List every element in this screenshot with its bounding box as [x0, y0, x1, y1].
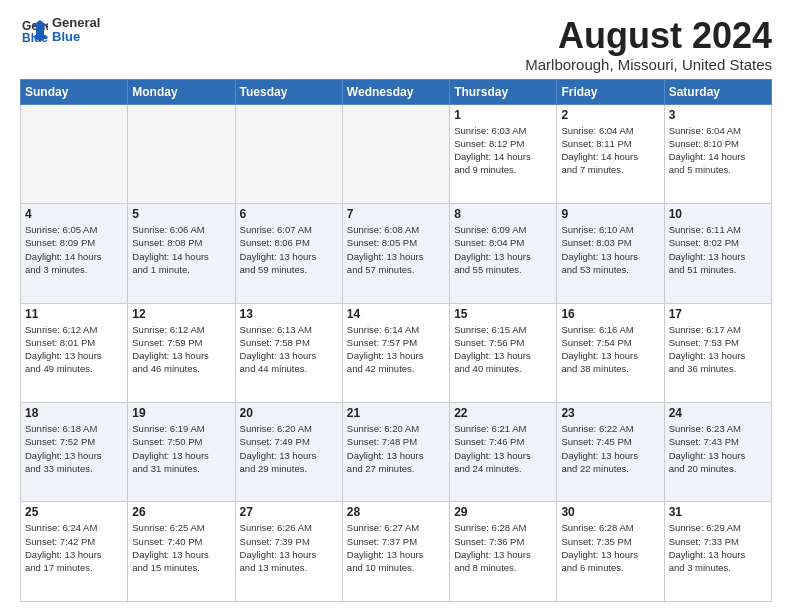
day-info: Sunrise: 6:14 AM Sunset: 7:57 PM Dayligh…	[347, 323, 445, 376]
day-info: Sunrise: 6:17 AM Sunset: 7:53 PM Dayligh…	[669, 323, 767, 376]
day-info: Sunrise: 6:18 AM Sunset: 7:52 PM Dayligh…	[25, 422, 123, 475]
day-number: 26	[132, 505, 230, 519]
weekday-sunday: Sunday	[21, 79, 128, 104]
subtitle: Marlborough, Missouri, United States	[525, 56, 772, 73]
day-info: Sunrise: 6:15 AM Sunset: 7:56 PM Dayligh…	[454, 323, 552, 376]
calendar-cell: 2Sunrise: 6:04 AM Sunset: 8:11 PM Daylig…	[557, 104, 664, 203]
logo-icon: General Blue	[20, 16, 48, 44]
day-info: Sunrise: 6:28 AM Sunset: 7:35 PM Dayligh…	[561, 521, 659, 574]
calendar-week-3: 11Sunrise: 6:12 AM Sunset: 8:01 PM Dayli…	[21, 303, 772, 402]
calendar-cell: 16Sunrise: 6:16 AM Sunset: 7:54 PM Dayli…	[557, 303, 664, 402]
calendar-cell: 30Sunrise: 6:28 AM Sunset: 7:35 PM Dayli…	[557, 502, 664, 602]
calendar-cell: 15Sunrise: 6:15 AM Sunset: 7:56 PM Dayli…	[450, 303, 557, 402]
day-info: Sunrise: 6:12 AM Sunset: 7:59 PM Dayligh…	[132, 323, 230, 376]
day-number: 25	[25, 505, 123, 519]
day-number: 7	[347, 207, 445, 221]
calendar-cell: 17Sunrise: 6:17 AM Sunset: 7:53 PM Dayli…	[664, 303, 771, 402]
day-info: Sunrise: 6:13 AM Sunset: 7:58 PM Dayligh…	[240, 323, 338, 376]
day-info: Sunrise: 6:04 AM Sunset: 8:10 PM Dayligh…	[669, 124, 767, 177]
day-number: 12	[132, 307, 230, 321]
calendar-cell: 12Sunrise: 6:12 AM Sunset: 7:59 PM Dayli…	[128, 303, 235, 402]
day-number: 18	[25, 406, 123, 420]
calendar-cell: 22Sunrise: 6:21 AM Sunset: 7:46 PM Dayli…	[450, 403, 557, 502]
day-number: 21	[347, 406, 445, 420]
calendar-cell: 4Sunrise: 6:05 AM Sunset: 8:09 PM Daylig…	[21, 204, 128, 303]
calendar-cell: 13Sunrise: 6:13 AM Sunset: 7:58 PM Dayli…	[235, 303, 342, 402]
day-info: Sunrise: 6:20 AM Sunset: 7:48 PM Dayligh…	[347, 422, 445, 475]
day-number: 29	[454, 505, 552, 519]
calendar-cell: 20Sunrise: 6:20 AM Sunset: 7:49 PM Dayli…	[235, 403, 342, 502]
day-info: Sunrise: 6:29 AM Sunset: 7:33 PM Dayligh…	[669, 521, 767, 574]
day-number: 11	[25, 307, 123, 321]
calendar-cell: 3Sunrise: 6:04 AM Sunset: 8:10 PM Daylig…	[664, 104, 771, 203]
calendar-cell: 6Sunrise: 6:07 AM Sunset: 8:06 PM Daylig…	[235, 204, 342, 303]
calendar-cell: 31Sunrise: 6:29 AM Sunset: 7:33 PM Dayli…	[664, 502, 771, 602]
logo: General Blue General Blue	[20, 16, 100, 45]
day-info: Sunrise: 6:07 AM Sunset: 8:06 PM Dayligh…	[240, 223, 338, 276]
weekday-thursday: Thursday	[450, 79, 557, 104]
day-info: Sunrise: 6:08 AM Sunset: 8:05 PM Dayligh…	[347, 223, 445, 276]
calendar-cell: 9Sunrise: 6:10 AM Sunset: 8:03 PM Daylig…	[557, 204, 664, 303]
day-info: Sunrise: 6:26 AM Sunset: 7:39 PM Dayligh…	[240, 521, 338, 574]
page: General Blue General Blue August 2024 Ma…	[0, 0, 792, 612]
calendar-cell	[128, 104, 235, 203]
day-info: Sunrise: 6:20 AM Sunset: 7:49 PM Dayligh…	[240, 422, 338, 475]
calendar-cell: 7Sunrise: 6:08 AM Sunset: 8:05 PM Daylig…	[342, 204, 449, 303]
calendar-cell: 27Sunrise: 6:26 AM Sunset: 7:39 PM Dayli…	[235, 502, 342, 602]
calendar-cell: 25Sunrise: 6:24 AM Sunset: 7:42 PM Dayli…	[21, 502, 128, 602]
calendar-cell: 19Sunrise: 6:19 AM Sunset: 7:50 PM Dayli…	[128, 403, 235, 502]
day-info: Sunrise: 6:27 AM Sunset: 7:37 PM Dayligh…	[347, 521, 445, 574]
day-info: Sunrise: 6:22 AM Sunset: 7:45 PM Dayligh…	[561, 422, 659, 475]
day-number: 14	[347, 307, 445, 321]
day-info: Sunrise: 6:16 AM Sunset: 7:54 PM Dayligh…	[561, 323, 659, 376]
calendar-cell: 28Sunrise: 6:27 AM Sunset: 7:37 PM Dayli…	[342, 502, 449, 602]
calendar-cell: 26Sunrise: 6:25 AM Sunset: 7:40 PM Dayli…	[128, 502, 235, 602]
calendar-week-2: 4Sunrise: 6:05 AM Sunset: 8:09 PM Daylig…	[21, 204, 772, 303]
day-number: 3	[669, 108, 767, 122]
calendar-cell: 18Sunrise: 6:18 AM Sunset: 7:52 PM Dayli…	[21, 403, 128, 502]
day-info: Sunrise: 6:03 AM Sunset: 8:12 PM Dayligh…	[454, 124, 552, 177]
day-info: Sunrise: 6:23 AM Sunset: 7:43 PM Dayligh…	[669, 422, 767, 475]
calendar-cell: 14Sunrise: 6:14 AM Sunset: 7:57 PM Dayli…	[342, 303, 449, 402]
day-number: 5	[132, 207, 230, 221]
calendar-cell	[21, 104, 128, 203]
calendar-cell: 21Sunrise: 6:20 AM Sunset: 7:48 PM Dayli…	[342, 403, 449, 502]
day-info: Sunrise: 6:11 AM Sunset: 8:02 PM Dayligh…	[669, 223, 767, 276]
day-info: Sunrise: 6:21 AM Sunset: 7:46 PM Dayligh…	[454, 422, 552, 475]
day-info: Sunrise: 6:24 AM Sunset: 7:42 PM Dayligh…	[25, 521, 123, 574]
day-number: 30	[561, 505, 659, 519]
main-title: August 2024	[525, 16, 772, 56]
header: General Blue General Blue August 2024 Ma…	[20, 16, 772, 73]
day-number: 31	[669, 505, 767, 519]
weekday-saturday: Saturday	[664, 79, 771, 104]
calendar-week-1: 1Sunrise: 6:03 AM Sunset: 8:12 PM Daylig…	[21, 104, 772, 203]
weekday-header-row: SundayMondayTuesdayWednesdayThursdayFrid…	[21, 79, 772, 104]
calendar-cell: 29Sunrise: 6:28 AM Sunset: 7:36 PM Dayli…	[450, 502, 557, 602]
day-number: 4	[25, 207, 123, 221]
calendar-cell: 24Sunrise: 6:23 AM Sunset: 7:43 PM Dayli…	[664, 403, 771, 502]
day-info: Sunrise: 6:05 AM Sunset: 8:09 PM Dayligh…	[25, 223, 123, 276]
day-number: 10	[669, 207, 767, 221]
day-number: 9	[561, 207, 659, 221]
day-number: 20	[240, 406, 338, 420]
day-number: 1	[454, 108, 552, 122]
day-info: Sunrise: 6:09 AM Sunset: 8:04 PM Dayligh…	[454, 223, 552, 276]
calendar-cell: 1Sunrise: 6:03 AM Sunset: 8:12 PM Daylig…	[450, 104, 557, 203]
calendar-cell	[235, 104, 342, 203]
day-info: Sunrise: 6:12 AM Sunset: 8:01 PM Dayligh…	[25, 323, 123, 376]
calendar-cell: 23Sunrise: 6:22 AM Sunset: 7:45 PM Dayli…	[557, 403, 664, 502]
day-number: 16	[561, 307, 659, 321]
weekday-tuesday: Tuesday	[235, 79, 342, 104]
logo-blue: Blue	[52, 30, 100, 44]
calendar-cell	[342, 104, 449, 203]
day-number: 8	[454, 207, 552, 221]
weekday-friday: Friday	[557, 79, 664, 104]
calendar-cell: 10Sunrise: 6:11 AM Sunset: 8:02 PM Dayli…	[664, 204, 771, 303]
day-number: 2	[561, 108, 659, 122]
day-number: 24	[669, 406, 767, 420]
day-number: 15	[454, 307, 552, 321]
day-number: 22	[454, 406, 552, 420]
day-number: 27	[240, 505, 338, 519]
calendar-week-4: 18Sunrise: 6:18 AM Sunset: 7:52 PM Dayli…	[21, 403, 772, 502]
weekday-monday: Monday	[128, 79, 235, 104]
